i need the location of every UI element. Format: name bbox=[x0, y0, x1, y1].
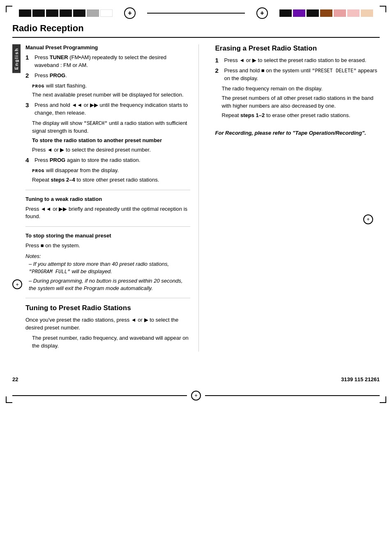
left-column: Manual Preset Programming 1 Press TUNER … bbox=[25, 44, 199, 352]
step-4-num: 4 bbox=[25, 157, 32, 164]
prog-text-2: PROG bbox=[32, 168, 44, 173]
step-3-sub-content: Press ◄ or ▶ to select the desired prese… bbox=[32, 146, 190, 154]
language-tab: English bbox=[12, 44, 21, 73]
divider-2 bbox=[25, 226, 190, 227]
step-4-indent-2: Repeat steps 2–4 to store other preset r… bbox=[32, 176, 190, 184]
page-title: Radio Reception bbox=[12, 23, 380, 38]
bottom-line-left bbox=[12, 395, 187, 396]
erase-step-1-num: 1 bbox=[215, 57, 222, 64]
tuning-arrows: ◄◄ or ▶▶ bbox=[41, 206, 67, 212]
erase-step-2: 2 Press and hold ■ on the system until "… bbox=[215, 67, 380, 83]
rbar-6 bbox=[347, 9, 360, 17]
rbar-3 bbox=[307, 9, 319, 17]
page-number: 22 bbox=[12, 376, 18, 382]
step-3-indent-1: The display will show "SEARCH" until a r… bbox=[32, 120, 190, 135]
top-decoration bbox=[0, 0, 392, 19]
prog-text: PROG bbox=[32, 84, 44, 89]
erase-indent-1: The radio frequency remain on the displa… bbox=[222, 85, 380, 93]
stop-storing-section: To stop storing the manual preset Press … bbox=[25, 233, 190, 250]
bar-6 bbox=[87, 9, 99, 17]
erase-arrows: ◄ or ▶ bbox=[239, 57, 256, 63]
tuner-label: TUNER bbox=[50, 54, 68, 60]
bar-4 bbox=[60, 9, 72, 17]
crosshair-right bbox=[256, 7, 268, 19]
erase-step-2-num: 2 bbox=[215, 67, 222, 74]
recording-note-section: For Recording, please refer to "Tape Ope… bbox=[215, 129, 380, 137]
preset-delete-text: "PRESET DELETE" bbox=[312, 68, 356, 74]
document-number: 3139 115 21261 bbox=[341, 376, 380, 382]
weak-tuning-section: Tuning to a weak radio station Press ◄◄ … bbox=[25, 196, 190, 221]
tuning-preset-text: Once you've preset the radio stations, p… bbox=[25, 316, 190, 332]
rbar-1 bbox=[279, 9, 292, 17]
manual-preset-title: Manual Preset Programming bbox=[25, 44, 190, 51]
program-full-text: "PROGRAM FULL" bbox=[29, 269, 70, 275]
page-content: Radio Reception English Manual Preset Pr… bbox=[0, 19, 392, 364]
manual-preset-section: Manual Preset Programming 1 Press TUNER … bbox=[25, 44, 190, 184]
bar-1 bbox=[19, 9, 31, 17]
erase-step-1: 1 Press ◄ or ▶ to select the preset radi… bbox=[215, 57, 380, 64]
stop-storing-title: To stop storing the manual preset bbox=[25, 233, 190, 239]
tuning-preset-indent: The preset number, radio frequency, and … bbox=[32, 334, 190, 350]
strip-right bbox=[279, 9, 373, 17]
content-area: English Manual Preset Programming 1 Pres… bbox=[12, 44, 380, 352]
strip-left bbox=[19, 9, 113, 17]
step-1-content: Press TUNER (FM•AM) repeatedly to select… bbox=[35, 54, 190, 69]
rbar-2 bbox=[293, 9, 305, 17]
erase-step-1-content: Press ◄ or ▶ to select the preset radio … bbox=[224, 57, 380, 64]
erasing-title: Erasing a Preset Radio Station bbox=[215, 44, 380, 53]
step-2-content: Press PROG. bbox=[35, 72, 190, 80]
crosshair-left bbox=[124, 7, 136, 19]
erase-indent-3: Repeat steps 1–2 to erase other preset r… bbox=[222, 112, 380, 120]
center-line bbox=[147, 13, 245, 14]
note-1: – If you attempt to store more than 40 p… bbox=[29, 260, 190, 276]
corner-br bbox=[380, 396, 386, 403]
tuning-preset-section: Tuning to Preset Radio Stations Once you… bbox=[25, 304, 190, 350]
erase-indent-2: The preset numbers of all other preset r… bbox=[222, 94, 380, 110]
steps-2-4: steps 2–4 bbox=[51, 177, 75, 183]
stop-storing-text: Press ■ on the system. bbox=[25, 242, 190, 250]
step-3-sub-title: To store the radio station to another pr… bbox=[32, 137, 190, 145]
notes-section: Notes: – If you attempt to store more th… bbox=[25, 253, 190, 292]
step-2-detail-1: PROG will start flashing. bbox=[32, 82, 190, 90]
divider-1 bbox=[25, 190, 190, 190]
divider-3 bbox=[25, 298, 190, 298]
corner-tr bbox=[380, 6, 386, 12]
erase-stop-symbol: ■ bbox=[261, 67, 265, 74]
note-2: – During programming, if no button is pr… bbox=[29, 277, 190, 292]
stop-symbol: ■ bbox=[41, 242, 44, 249]
weak-tuning-title: Tuning to a weak radio station bbox=[25, 196, 190, 202]
corner-bl bbox=[6, 396, 12, 403]
step-2: 2 Press PROG. bbox=[25, 72, 190, 80]
prog-label-2: PROG bbox=[50, 157, 65, 163]
step-3-content: Press and hold ◄◄ or ▶▶ until the freque… bbox=[35, 101, 190, 117]
step-4: 4 Press PROG again to store the radio st… bbox=[25, 157, 190, 164]
step-4-content: Press PROG again to store the radio stat… bbox=[35, 157, 190, 164]
steps-1-2: steps 1–2 bbox=[240, 112, 265, 118]
search-text: "SEARCH" bbox=[84, 121, 108, 127]
bottom-decoration: + bbox=[0, 391, 392, 409]
bar-3 bbox=[46, 9, 58, 17]
bottom-line-right bbox=[205, 395, 380, 396]
step-3-num: 3 bbox=[25, 101, 32, 108]
crosshair-left-mid: + bbox=[12, 279, 22, 289]
weak-tuning-text: Press ◄◄ or ▶▶ briefly and repeatedly un… bbox=[25, 205, 190, 221]
tuning-preset-title: Tuning to Preset Radio Stations bbox=[25, 304, 190, 312]
step-1-num: 1 bbox=[25, 54, 32, 61]
page-footer: 22 3139 115 21261 bbox=[0, 372, 392, 391]
rbar-7 bbox=[361, 9, 373, 17]
crosshair-bottom-right: + bbox=[363, 214, 373, 224]
step-1: 1 Press TUNER (FM•AM) repeatedly to sele… bbox=[25, 54, 190, 69]
bar-7 bbox=[100, 9, 113, 17]
rbar-4 bbox=[320, 9, 332, 17]
erasing-section: Erasing a Preset Radio Station 1 Press ◄… bbox=[215, 44, 380, 119]
preset-arrow-left: ◄ bbox=[131, 317, 136, 323]
corner-tl bbox=[6, 6, 12, 12]
step-2-num: 2 bbox=[25, 72, 32, 79]
step-4-indent-1: PROG will disappear from the display. bbox=[32, 167, 190, 175]
step-3-sub-arrows: ◄ or ▶ bbox=[47, 147, 65, 153]
prog-label: PROG bbox=[50, 72, 65, 78]
recording-note: For Recording, please refer to "Tape Ope… bbox=[215, 129, 380, 137]
erase-step-2-content: Press and hold ■ on the system until "PR… bbox=[224, 67, 380, 83]
bar-2 bbox=[32, 9, 45, 17]
store-subtitle: To store the radio station to another pr… bbox=[32, 137, 162, 143]
